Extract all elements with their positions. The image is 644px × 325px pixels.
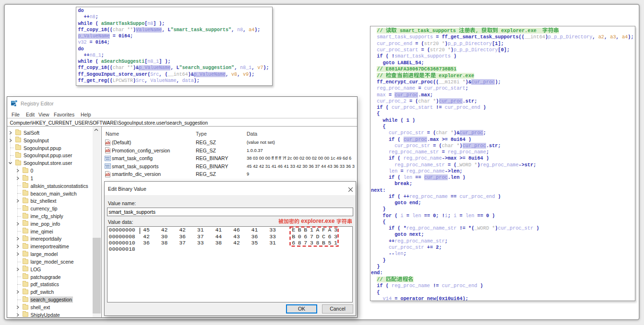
svg-text:ab: ab bbox=[106, 148, 110, 153]
svg-text:ab: ab bbox=[106, 172, 110, 177]
svg-text:ab: ab bbox=[106, 140, 110, 145]
